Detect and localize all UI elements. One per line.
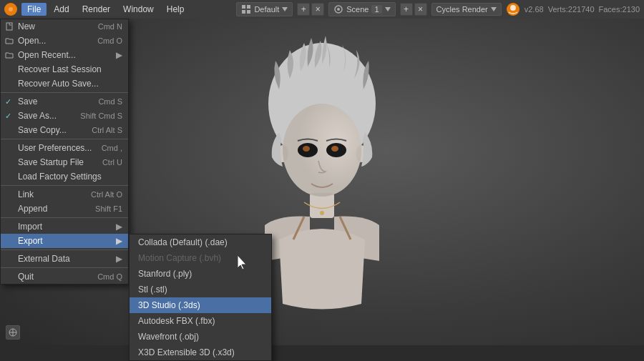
menu-bar: File Add Render Window Help bbox=[21, 3, 190, 16]
verts-label: Verts:221740 bbox=[548, 5, 595, 14]
sep-2 bbox=[1, 139, 128, 139]
svg-rect-2 bbox=[242, 5, 245, 9]
menu-item-save-startup[interactable]: Save Startup File Ctrl U bbox=[1, 155, 128, 169]
blender-right-logo bbox=[506, 2, 520, 16]
scene-label: Scene bbox=[346, 5, 369, 14]
layout-icon bbox=[241, 4, 251, 14]
svg-point-9 bbox=[510, 5, 516, 11]
export-fbx[interactable]: Autodesk FBX (.fbx) bbox=[130, 313, 271, 329]
layout-label: Default bbox=[254, 5, 279, 14]
sep-1 bbox=[1, 92, 128, 93]
svg-point-22 bbox=[283, 104, 361, 197]
menu-item-load-factory[interactable]: Load Factory Settings bbox=[1, 169, 128, 184]
menu-item-open-recent[interactable]: Open Recent... ▶ bbox=[1, 48, 128, 62]
svg-point-15 bbox=[320, 211, 324, 215]
import-arrow: ▶ bbox=[116, 222, 122, 232]
close-scene-btn[interactable]: × bbox=[414, 3, 427, 16]
recent-icon bbox=[4, 49, 15, 61]
blender-logo bbox=[4, 3, 17, 16]
menu-item-quit[interactable]: Quit Cmd Q bbox=[1, 269, 128, 284]
render-engine-selector[interactable]: Cycles Render bbox=[431, 3, 502, 16]
menu-item-recover-last[interactable]: Recover Last Session bbox=[1, 62, 128, 76]
menu-window[interactable]: Window bbox=[117, 3, 160, 16]
export-obj[interactable]: Wavefront (.obj) bbox=[130, 329, 271, 345]
svg-point-7 bbox=[337, 8, 340, 11]
menu-item-save-as[interactable]: ✓ Save As... Shift Cmd S bbox=[1, 109, 128, 123]
add-layout-btn[interactable]: + bbox=[297, 3, 310, 16]
menu-item-import[interactable]: Import ▶ bbox=[1, 219, 128, 234]
engine-dropdown-icon bbox=[491, 7, 497, 11]
menu-item-open[interactable]: Open... Cmd O bbox=[1, 34, 128, 48]
sep-4 bbox=[1, 217, 128, 218]
export-ply[interactable]: Stanford (.ply) bbox=[130, 266, 271, 282]
sep-3 bbox=[1, 185, 128, 186]
layout-controls: + × bbox=[297, 3, 324, 16]
add-scene-btn[interactable]: + bbox=[400, 3, 413, 16]
export-x3d[interactable]: X3D Extensible 3D (.x3d) bbox=[130, 345, 271, 360]
scene-num: 1 bbox=[371, 5, 381, 14]
menu-item-export[interactable]: Export ▶ Collada (Default) (.dae) Motion… bbox=[1, 234, 128, 248]
scene-selector[interactable]: Scene 1 bbox=[328, 2, 395, 16]
menu-help[interactable]: Help bbox=[161, 3, 190, 16]
file-menu-dropdown: New Cmd N Open... Cmd O Open Recent... ▶… bbox=[0, 19, 129, 285]
menu-item-external-data[interactable]: External Data ▶ bbox=[1, 252, 128, 266]
close-layout-btn[interactable]: × bbox=[311, 3, 324, 16]
new-file-icon bbox=[4, 21, 15, 32]
save-as-check: ✓ bbox=[5, 112, 11, 121]
external-data-arrow: ▶ bbox=[116, 254, 122, 264]
scene-icon bbox=[333, 4, 343, 14]
export-3ds[interactable]: 3D Studio (.3ds) bbox=[130, 297, 271, 313]
view-select[interactable] bbox=[6, 325, 20, 340]
svg-point-1 bbox=[9, 7, 13, 11]
sep-6 bbox=[1, 267, 128, 268]
svg-rect-3 bbox=[247, 5, 250, 9]
open-icon bbox=[4, 35, 15, 46]
blender-header: File Add Render Window Help Default + × … bbox=[0, 0, 644, 19]
scene-dropdown-icon bbox=[385, 7, 391, 11]
sep-5 bbox=[1, 249, 128, 250]
svg-rect-4 bbox=[242, 10, 245, 14]
menu-item-save[interactable]: ✓ Save Cmd S bbox=[1, 94, 128, 109]
menu-item-append[interactable]: Append Shift F1 bbox=[1, 202, 128, 216]
menu-render[interactable]: Render bbox=[77, 3, 116, 16]
export-arrow: ▶ bbox=[116, 236, 122, 246]
export-submenu: Collada (Default) (.dae) Motion Capture … bbox=[129, 234, 272, 361]
menu-item-new[interactable]: New Cmd N bbox=[1, 19, 128, 34]
menu-item-recover-auto[interactable]: Recover Auto Save... bbox=[1, 76, 128, 91]
save-check: ✓ bbox=[5, 97, 11, 107]
menu-item-save-copy[interactable]: Save Copy... Ctrl Alt S bbox=[1, 123, 128, 137]
svg-rect-5 bbox=[247, 10, 250, 14]
export-collada[interactable]: Collada (Default) (.dae) bbox=[130, 234, 271, 250]
menu-add[interactable]: Add bbox=[48, 3, 74, 16]
layout-selector[interactable]: Default bbox=[236, 2, 293, 16]
export-bvh: Motion Capture (.bvh) bbox=[130, 250, 271, 266]
export-stl[interactable]: Stl (.stl) bbox=[130, 282, 271, 297]
version-label: v2.68 bbox=[525, 5, 544, 14]
render-engine-label: Cycles Render bbox=[436, 5, 488, 14]
faces-label: Faces:2130 bbox=[599, 5, 640, 14]
menu-file[interactable]: File bbox=[21, 3, 47, 16]
layout-dropdown-icon bbox=[282, 7, 288, 11]
menu-item-link[interactable]: Link Ctrl Alt O bbox=[1, 187, 128, 202]
scene-controls: + × bbox=[400, 3, 427, 16]
open-recent-arrow: ▶ bbox=[116, 50, 122, 60]
viewport-controls bbox=[6, 325, 20, 340]
menu-item-user-prefs[interactable]: User Preferences... Cmd , bbox=[1, 141, 128, 155]
